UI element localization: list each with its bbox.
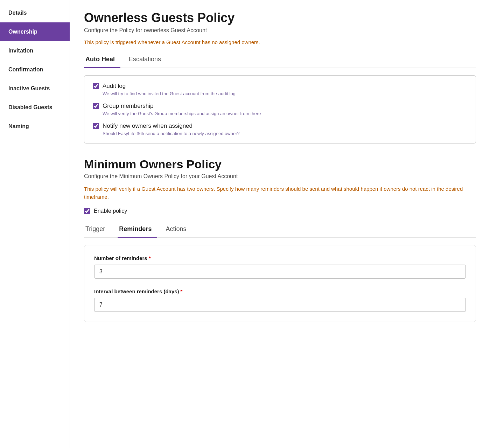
checkbox-notify-owners[interactable] (93, 123, 99, 129)
tab-reminders[interactable]: Reminders (118, 223, 157, 238)
field-interval-reminders: Interval between reminders (days) * (94, 288, 466, 312)
sidebar-item-details[interactable]: Details (0, 4, 70, 22)
checkbox-audit-log[interactable] (93, 83, 99, 89)
checkbox-item-notify-owners: Notify new owners when assigned Should E… (93, 122, 467, 136)
required-star-num-reminders: * (149, 255, 151, 261)
ownerless-subtitle: Configure the Policy for ownerless Guest… (84, 27, 476, 34)
checkbox-group-membership[interactable] (93, 103, 99, 109)
minimum-owners-policy-section: Minimum Owners Policy Configure the Mini… (84, 158, 476, 322)
min-owners-title: Minimum Owners Policy (84, 158, 476, 171)
required-star-interval-reminders: * (181, 288, 183, 294)
sidebar-item-disabled-guests[interactable]: Disabled Guests (0, 98, 70, 117)
min-owners-description: This policy will verify if a Guest Accou… (84, 185, 476, 201)
sidebar-item-naming[interactable]: Naming (0, 117, 70, 136)
checkbox-notify-owners-label: Notify new owners when assigned (103, 122, 192, 130)
sidebar-item-invitation[interactable]: Invitation (0, 41, 70, 60)
tab-actions[interactable]: Actions (164, 223, 192, 238)
label-interval-reminders: Interval between reminders (days) * (94, 288, 466, 294)
checkbox-item-group-membership: Group membership We will verify the Gues… (93, 103, 467, 116)
label-num-reminders: Number of reminders * (94, 255, 466, 261)
checkbox-audit-log-label: Audit log (103, 83, 126, 90)
input-interval-reminders[interactable] (94, 298, 466, 312)
tab-escalations[interactable]: Escalations (127, 53, 167, 68)
reminders-form-panel: Number of reminders * Interval between r… (84, 245, 476, 322)
tab-trigger[interactable]: Trigger (84, 223, 111, 238)
sidebar-item-confirmation[interactable]: Confirmation (0, 60, 70, 79)
tab-auto-heal[interactable]: Auto Heal (84, 53, 120, 68)
sidebar: Details Ownership Invitation Confirmatio… (0, 0, 70, 448)
ownerless-tabs: Auto Heal Escalations (84, 52, 476, 68)
ownerless-title: Ownerless Guests Policy (84, 10, 476, 25)
ownerless-checkbox-panel: Audit log We will try to find who invite… (84, 75, 476, 144)
min-owners-subtitle: Configure the Minimum Owners Policy for … (84, 173, 476, 180)
checkbox-audit-log-desc: We will try to find who invited the Gues… (103, 91, 467, 96)
checkbox-item-audit-log: Audit log We will try to find who invite… (93, 83, 467, 96)
sidebar-item-inactive-guests[interactable]: Inactive Guests (0, 79, 70, 98)
input-num-reminders[interactable] (94, 265, 466, 279)
enable-policy-label: Enable policy (94, 208, 127, 214)
main-content: Ownerless Guests Policy Configure the Po… (70, 0, 490, 448)
field-num-reminders: Number of reminders * (94, 255, 466, 279)
min-owners-tabs: Trigger Reminders Actions (84, 222, 476, 238)
checkbox-notify-owners-desc: Should EasyLife 365 send a notification … (103, 131, 467, 136)
sidebar-item-ownership[interactable]: Ownership (0, 22, 70, 41)
checkbox-group-membership-label: Group membership (103, 103, 154, 110)
enable-policy-row: Enable policy (84, 208, 476, 214)
ownerless-policy-section: Ownerless Guests Policy Configure the Po… (84, 10, 476, 144)
ownerless-description: This policy is triggered whenever a Gues… (84, 39, 476, 45)
checkbox-enable-policy[interactable] (84, 208, 90, 214)
checkbox-group-membership-desc: We will verify the Guest's Group members… (103, 111, 467, 116)
